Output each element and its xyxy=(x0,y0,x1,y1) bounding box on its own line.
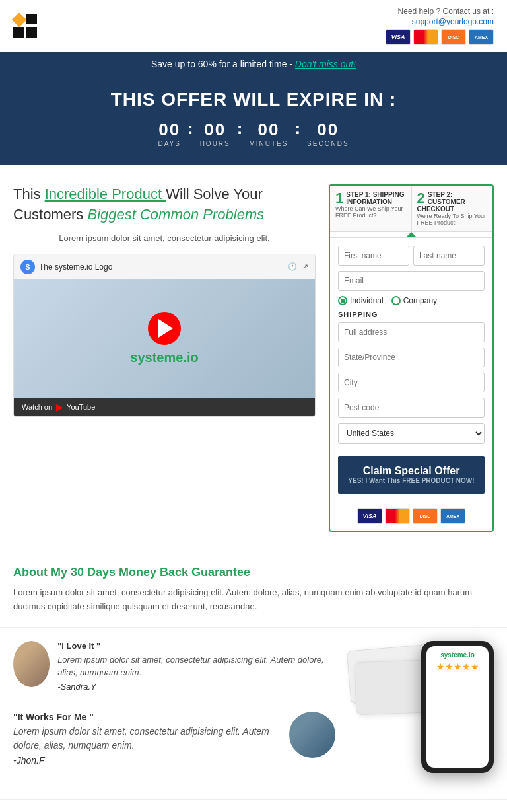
testimonial-1-author: -Sandra.Y xyxy=(57,682,335,692)
about-text: Lorem ipsum dolor sit amet, consectetur … xyxy=(13,586,494,614)
step1-number: 1 xyxy=(335,191,343,205)
countdown-section: THIS OFFER WILL EXPIRE IN : 00 DAYS : 00… xyxy=(0,76,507,165)
title-italic: Biggest Common Problems xyxy=(87,206,264,223)
top-banner: Save up to 60% for a limited time - Don'… xyxy=(0,52,507,76)
days-block: 00 DAYS xyxy=(158,120,181,147)
testimonial-2-avatar xyxy=(289,712,335,758)
company-radio-dot xyxy=(391,296,401,305)
amex-icon: AMEX xyxy=(469,29,494,45)
product-title: This Incredible Product Will Solve Your … xyxy=(13,184,316,225)
colon1: : xyxy=(187,118,193,148)
last-name-input[interactable] xyxy=(413,246,485,266)
step1: 1 STEP 1: SHIPPING INFORMATION Where Can… xyxy=(330,186,412,231)
clock-icon: 🕐 xyxy=(288,262,297,271)
seconds-value: 00 xyxy=(307,120,349,140)
testimonial-1-avatar xyxy=(13,641,50,687)
phone-screen: systeme.io ★★★★★ xyxy=(426,646,489,768)
video-header: S The systeme.io Logo 🕐 ↗ xyxy=(14,254,315,279)
product-description: Lorem ipsum dolor sit amet, consectetur … xyxy=(13,233,316,243)
testimonial-1-body: Lorem ipsum dolor sit amet, consectetur … xyxy=(57,653,335,679)
step1-title: STEP 1: SHIPPING INFORMATION xyxy=(335,191,406,205)
countdown-timer: 00 DAYS : 00 HOURS : 00 MINUTES : 00 SEC… xyxy=(7,118,500,148)
help-text: Need help ? Contact us at : xyxy=(386,7,494,16)
testimonial-2-quote: "It Works For Me " xyxy=(13,712,281,722)
postcode-input[interactable] xyxy=(338,398,485,418)
claim-btn-text: Claim Special Offer xyxy=(363,465,460,476)
state-input[interactable] xyxy=(338,348,485,367)
testimonial-1-header: "I Love It " Lorem ipsum dolor sit amet,… xyxy=(13,641,335,692)
seconds-block: 00 SECONDS xyxy=(307,120,349,147)
email-input[interactable] xyxy=(338,271,485,291)
first-name-input[interactable] xyxy=(338,246,409,266)
logo xyxy=(13,14,62,38)
youtube-icon: ▶ xyxy=(56,402,63,412)
checkout-form: 1 STEP 1: SHIPPING INFORMATION Where Can… xyxy=(329,184,494,532)
about-title: About My 30 Days Money Back Guarantee xyxy=(13,566,494,579)
form-steps: 1 STEP 1: SHIPPING INFORMATION Where Can… xyxy=(330,186,492,232)
form-mc-icon xyxy=(385,508,410,524)
step1-subtitle: Where Can We Ship Your FREE Product? xyxy=(335,205,406,219)
step2-number: 2 xyxy=(417,191,425,205)
minutes-label: MINUTES xyxy=(249,140,288,147)
header: Need help ? Contact us at : support@your… xyxy=(0,0,507,52)
colon3: : xyxy=(294,118,300,148)
form-discover-icon: DISC xyxy=(413,508,438,524)
days-label: DAYS xyxy=(158,140,181,147)
claim-btn-sub: YES! I Want This FREE PRODUCT NOW! xyxy=(347,477,475,484)
claim-button[interactable]: Claim Special Offer YES! I Want This FRE… xyxy=(338,456,485,494)
hours-value: 00 xyxy=(200,120,230,140)
hours-block: 00 HOURS xyxy=(200,120,230,147)
country-select[interactable]: United States Canada United Kingdom Aust… xyxy=(338,423,485,444)
minutes-value: 00 xyxy=(249,120,288,140)
banner-text: Save up to 60% for a limited time - xyxy=(151,59,295,69)
header-contact: Need help ? Contact us at : support@your… xyxy=(386,7,494,45)
city-input[interactable] xyxy=(338,373,485,392)
title-green: Incredible Product xyxy=(45,186,166,202)
main-content: This Incredible Product Will Solve Your … xyxy=(0,165,507,552)
youtube-label: YouTube xyxy=(67,403,95,411)
step2-subtitle: We're Ready To Ship Your FREE Product! xyxy=(417,213,488,226)
address-input[interactable] xyxy=(338,322,485,342)
video-header-right: 🕐 ↗ xyxy=(288,262,308,271)
step-indicator xyxy=(406,232,417,237)
testimonial-2-body: Lorem ipsum dolor sit amet, consectetur … xyxy=(13,725,281,753)
form-amex-icon: AMEX xyxy=(440,508,465,524)
step2: 2 STEP 2: CUSTOMER CHECKOUT We're Ready … xyxy=(412,186,493,231)
play-button[interactable] xyxy=(148,312,181,345)
about-section: About My 30 Days Money Back Guarantee Lo… xyxy=(0,552,507,627)
company-radio[interactable]: Company xyxy=(391,296,437,305)
form-body: Individual Company SHIPPING United State… xyxy=(330,238,492,501)
countdown-title: THIS OFFER WILL EXPIRE IN : xyxy=(7,89,500,110)
individual-radio[interactable]: Individual xyxy=(338,296,384,305)
days-value: 00 xyxy=(158,120,181,140)
individual-label: Individual xyxy=(350,296,384,305)
testimonial-2-author: -Jhon.F xyxy=(13,755,281,766)
step2-title: STEP 2: CUSTOMER CHECKOUT xyxy=(417,191,488,213)
seconds-label: SECONDS xyxy=(307,140,349,147)
video-header-left: S The systeme.io Logo xyxy=(20,260,112,274)
name-row xyxy=(338,246,485,266)
testimonial-1-text: "I Love It " Lorem ipsum dolor sit amet,… xyxy=(57,641,335,692)
customer-type-group: Individual Company xyxy=(338,296,485,305)
phone-app-name: systeme.io xyxy=(432,651,483,659)
testimonial-1: "I Love It " Lorem ipsum dolor sit amet,… xyxy=(13,641,335,692)
phone-body: systeme.io ★★★★★ xyxy=(421,641,494,773)
watch-on-youtube[interactable]: Watch on ▶ YouTube xyxy=(14,398,315,416)
share-icon: ↗ xyxy=(302,262,308,271)
testimonial-2: "It Works For Me " Lorem ipsum dolor sit… xyxy=(13,712,335,766)
play-triangle-icon xyxy=(158,319,173,338)
form-visa-icon: VISA xyxy=(357,508,382,524)
dont-miss-link[interactable]: Don't miss out! xyxy=(295,59,356,69)
phone-stars: ★★★★★ xyxy=(432,661,483,672)
form-payment-icons: VISA DISC AMEX xyxy=(330,501,492,531)
video-thumbnail[interactable]: systeme.io xyxy=(14,279,315,398)
phone-visual: systeme.io ★★★★★ xyxy=(349,641,494,786)
visa-icon: VISA xyxy=(386,29,411,45)
title-part1: This xyxy=(13,186,45,202)
testimonial-2-text: "It Works For Me " Lorem ipsum dolor sit… xyxy=(13,712,281,766)
order-section: How Soon Will I Recieve My Order ? Lorem… xyxy=(0,799,507,812)
contact-email[interactable]: support@yourlogo.com xyxy=(412,17,494,26)
hours-label: HOURS xyxy=(200,140,230,147)
video-title: The systeme.io Logo xyxy=(39,262,112,272)
testimonials-section: "I Love It " Lorem ipsum dolor sit amet,… xyxy=(0,627,507,799)
